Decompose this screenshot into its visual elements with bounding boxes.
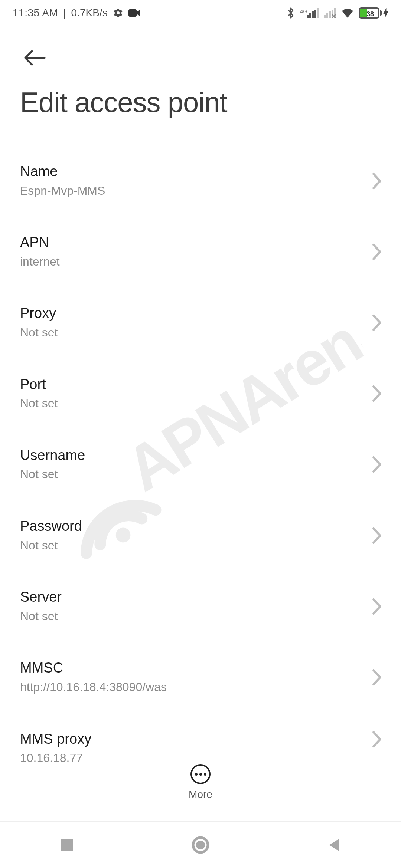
setting-row-mms-proxy[interactable]: MMS proxy 10.16.18.77 — [0, 713, 401, 766]
cell-signal-1-icon — [307, 8, 319, 18]
svg-rect-10 — [329, 11, 331, 18]
setting-row-port[interactable]: Port Not set — [0, 358, 401, 429]
setting-value: http://10.16.18.4:38090/was — [20, 680, 368, 695]
status-bar: 11:35 AM | 0.7KB/s 4G — [0, 0, 401, 26]
setting-value: Not set — [20, 325, 368, 341]
setting-value: Not set — [20, 396, 368, 411]
chevron-right-icon — [371, 668, 382, 687]
back-arrow-icon — [22, 49, 48, 67]
svg-rect-6 — [314, 10, 316, 18]
chevron-right-icon — [371, 313, 382, 332]
chevron-right-icon — [371, 172, 382, 190]
setting-value: Not set — [20, 609, 368, 624]
screen: APNArena 11:35 AM | 0.7KB/s 4G — [0, 0, 401, 868]
setting-label: Port — [20, 376, 368, 393]
back-button[interactable] — [20, 43, 50, 73]
battery-percent-text: 38 — [360, 10, 381, 18]
setting-value: Not set — [20, 538, 368, 553]
svg-rect-8 — [324, 15, 326, 18]
signal-1-group: 4G — [299, 8, 319, 18]
setting-row-mmsc[interactable]: MMSC http://10.16.18.4:38090/was — [0, 642, 401, 713]
chevron-right-icon — [371, 243, 382, 261]
setting-value: 10.16.18.77 — [20, 750, 368, 766]
setting-value: Espn-Mvp-MMS — [20, 183, 368, 199]
svg-point-15 — [196, 841, 205, 849]
nav-recent-apps-button[interactable] — [30, 822, 104, 868]
svg-rect-5 — [312, 11, 314, 18]
nav-home-button[interactable] — [163, 822, 238, 868]
chevron-right-icon — [371, 526, 382, 545]
setting-label: MMS proxy — [20, 731, 368, 748]
video-camera-icon — [128, 9, 140, 17]
chevron-right-icon — [371, 455, 382, 474]
status-network-speed: 0.7KB/s — [71, 7, 108, 19]
cell-signal-2-icon — [324, 8, 336, 18]
more-button[interactable]: More — [0, 764, 401, 816]
setting-label: Server — [20, 589, 368, 606]
status-divider: | — [63, 7, 66, 19]
chevron-right-icon — [371, 597, 382, 616]
setting-row-password[interactable]: Password Not set — [0, 500, 401, 571]
setting-label: Username — [20, 447, 368, 464]
setting-label: MMSC — [20, 660, 368, 677]
battery-indicator: 38 — [359, 7, 388, 19]
svg-rect-3 — [307, 15, 309, 18]
setting-value: internet — [20, 254, 368, 270]
status-time: 11:35 AM — [13, 7, 58, 19]
triangle-left-icon — [327, 838, 342, 852]
setting-label: APN — [20, 234, 368, 251]
settings-gear-icon — [113, 8, 123, 18]
circle-icon — [192, 836, 209, 854]
setting-row-apn[interactable]: APN internet — [0, 216, 401, 287]
wifi-icon — [341, 7, 354, 19]
svg-rect-7 — [317, 8, 319, 18]
chevron-right-icon — [371, 730, 382, 749]
status-bar-left: 11:35 AM | 0.7KB/s — [13, 7, 140, 19]
setting-row-server[interactable]: Server Not set — [0, 571, 401, 642]
status-bar-right: 4G 38 — [287, 7, 388, 19]
setting-row-username[interactable]: Username Not set — [0, 429, 401, 500]
svg-rect-2 — [128, 9, 137, 17]
svg-rect-13 — [61, 839, 73, 851]
charging-bolt-icon — [383, 8, 388, 18]
setting-value: Not set — [20, 467, 368, 482]
page-title: Edit access point — [20, 86, 227, 118]
battery-outline-icon: 38 — [359, 7, 379, 19]
setting-label: Password — [20, 518, 368, 535]
svg-rect-4 — [309, 13, 311, 18]
setting-label: Name — [20, 163, 368, 180]
setting-row-proxy[interactable]: Proxy Not set — [0, 287, 401, 358]
settings-list: Name Espn-Mvp-MMS APN internet Proxy Not… — [0, 145, 401, 766]
nav-back-button[interactable] — [297, 822, 371, 868]
network-type-label: 4G — [300, 8, 307, 14]
more-menu-icon — [190, 764, 211, 784]
setting-label: Proxy — [20, 305, 368, 322]
more-button-label: More — [189, 789, 212, 800]
setting-row-name[interactable]: Name Espn-Mvp-MMS — [0, 145, 401, 216]
chevron-right-icon — [371, 384, 382, 403]
navigation-bar — [0, 822, 401, 868]
square-icon — [59, 838, 74, 852]
svg-rect-9 — [326, 13, 328, 18]
bluetooth-icon — [287, 7, 295, 19]
